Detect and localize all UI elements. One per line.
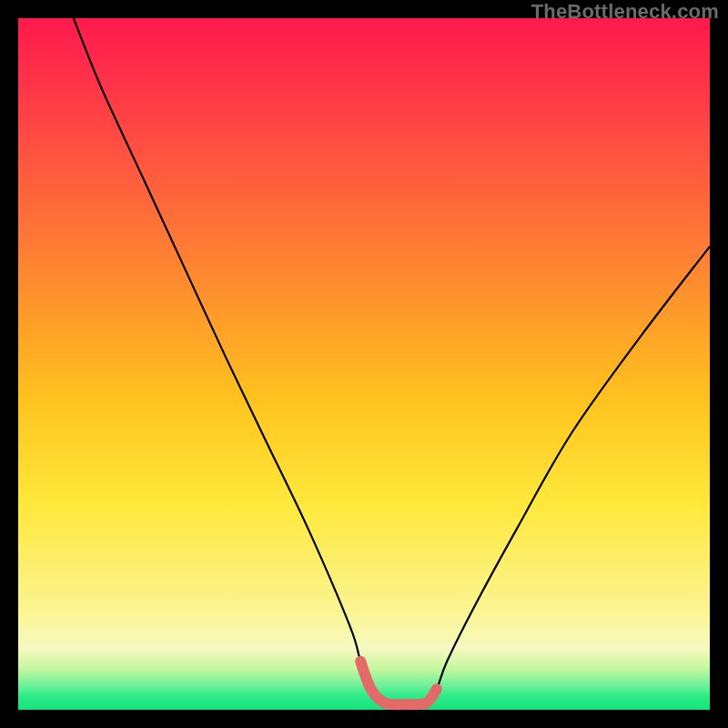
main-curve-line [74, 18, 710, 704]
chart-frame: TheBottleneck.com [0, 0, 728, 728]
bottom-highlight-segment [360, 662, 437, 704]
chart-svg [18, 18, 710, 710]
watermark-text: TheBottleneck.com [531, 0, 719, 24]
